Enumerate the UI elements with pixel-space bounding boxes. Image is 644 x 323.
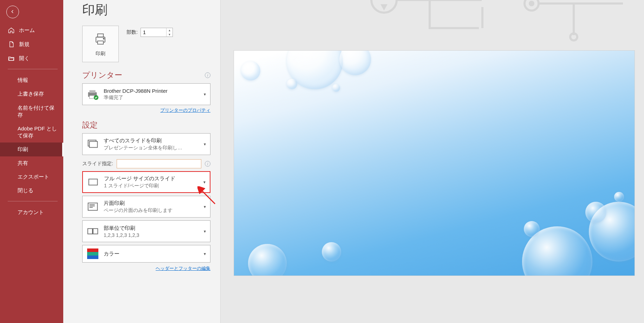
print-sides-subtitle: ページの片面のみを印刷します bbox=[104, 207, 198, 214]
sidebar-item-label: ホーム bbox=[19, 27, 35, 34]
header-footer-row: ヘッダーとフッターの編集 bbox=[82, 265, 210, 272]
svg-point-3 bbox=[103, 38, 104, 39]
sidebar-item-adobe-pdf[interactable]: Adobe PDF として保存 bbox=[0, 122, 63, 142]
printer-ready-icon bbox=[86, 88, 99, 101]
info-icon[interactable]: i bbox=[205, 161, 210, 167]
chevron-down-icon: ▼ bbox=[202, 180, 207, 184]
sidebar-item-new[interactable]: 新規 bbox=[0, 37, 63, 51]
home-icon bbox=[8, 27, 15, 34]
sidebar-item-export[interactable]: エクスポート bbox=[0, 170, 63, 184]
svg-rect-9 bbox=[90, 141, 98, 147]
printer-dropdown-text: Brother DCP-J988N Printer 準備完了 bbox=[104, 88, 198, 101]
print-layout-text: フル ページ サイズのスライド 1 スライド/ページで印刷 bbox=[104, 175, 198, 189]
sidebar-item-label: 情報 bbox=[18, 77, 28, 84]
print-layout-title: フル ページ サイズのスライド bbox=[104, 175, 198, 182]
print-sides-text: 片面印刷 ページの片面のみを印刷します bbox=[104, 200, 198, 214]
svg-rect-1 bbox=[98, 34, 104, 37]
print-button-label: 印刷 bbox=[96, 51, 105, 57]
single-side-icon bbox=[86, 200, 99, 213]
svg-rect-5 bbox=[90, 90, 96, 93]
print-range-text: すべてのスライドを印刷 プレゼンテーション全体を印刷し… bbox=[104, 137, 198, 151]
printer-properties-link[interactable]: プリンターのプロパティ bbox=[160, 108, 210, 113]
svg-rect-2 bbox=[98, 41, 104, 44]
sidebar-item-save-as[interactable]: 名前を付けて保存 bbox=[0, 101, 63, 122]
print-sides-dropdown[interactable]: 片面印刷 ページの片面のみを印刷します ▼ bbox=[82, 196, 210, 218]
print-sides-title: 片面印刷 bbox=[104, 200, 198, 207]
sidebar-item-label: 名前を付けて保存 bbox=[18, 104, 57, 118]
slide-spec-input[interactable] bbox=[117, 159, 201, 168]
backstage-sidebar: ホーム 新規 開く 情報 上書き保存 名前を付けて保存 Adobe PDF とし… bbox=[0, 0, 63, 323]
slides-stack-icon bbox=[86, 137, 99, 151]
print-layout-subtitle: 1 スライド/ページで印刷 bbox=[104, 183, 198, 189]
color-text: カラー bbox=[104, 251, 198, 257]
chevron-down-icon: ▼ bbox=[202, 252, 207, 256]
collate-subtitle: 1,2,3 1,2,3 1,2,3 bbox=[104, 232, 198, 238]
copies-group: 部数: ▲ ▼ bbox=[126, 26, 173, 37]
sidebar-item-label: アカウント bbox=[18, 209, 44, 216]
copies-spinner: ▲ ▼ bbox=[166, 28, 173, 37]
page-title: 印刷 bbox=[82, 1, 210, 19]
chevron-down-icon: ▼ bbox=[202, 205, 207, 209]
back-button[interactable] bbox=[6, 6, 19, 18]
copies-label: 部数: bbox=[126, 29, 138, 35]
print-settings-pane: 印刷 印刷 部数: ▲ bbox=[63, 0, 221, 323]
new-doc-icon bbox=[8, 41, 15, 48]
sidebar-divider bbox=[8, 69, 58, 69]
full-page-slide-icon bbox=[86, 175, 100, 189]
print-row: 印刷 部数: ▲ ▼ bbox=[82, 26, 210, 62]
sidebar-item-share[interactable]: 共有 bbox=[0, 156, 63, 170]
sidebar-item-label: 閉じる bbox=[18, 187, 33, 194]
circuit-decor-icon bbox=[342, 0, 644, 56]
collate-dropdown[interactable]: 部単位で印刷 1,2,3 1,2,3 1,2,3 ▼ bbox=[82, 220, 210, 242]
printer-properties-row: プリンターのプロパティ bbox=[82, 107, 210, 114]
printer-icon bbox=[93, 31, 108, 48]
sidebar-item-save[interactable]: 上書き保存 bbox=[0, 87, 63, 101]
svg-rect-15 bbox=[88, 228, 92, 234]
chevron-down-icon: ▼ bbox=[202, 92, 207, 96]
svg-rect-16 bbox=[93, 228, 98, 234]
color-title: カラー bbox=[104, 251, 198, 257]
app-root: ホーム 新規 開く 情報 上書き保存 名前を付けて保存 Adobe PDF とし… bbox=[0, 0, 644, 323]
settings-section-head: 設定 bbox=[82, 120, 210, 130]
sidebar-divider bbox=[8, 201, 58, 201]
printer-section-title: プリンター bbox=[82, 70, 122, 80]
sidebar-item-info[interactable]: 情報 bbox=[0, 73, 63, 87]
collate-icon bbox=[86, 225, 99, 238]
sidebar-item-open[interactable]: 開く bbox=[0, 51, 63, 65]
sidebar-item-label: 印刷 bbox=[18, 146, 28, 153]
copies-input[interactable] bbox=[141, 28, 166, 37]
printer-dropdown[interactable]: Brother DCP-J988N Printer 準備完了 ▼ bbox=[82, 83, 210, 105]
print-button[interactable]: 印刷 bbox=[82, 26, 119, 62]
copies-spin-up[interactable]: ▲ bbox=[167, 28, 173, 32]
color-dropdown[interactable]: カラー ▼ bbox=[82, 245, 210, 263]
sidebar-item-print[interactable]: 印刷 bbox=[0, 142, 63, 156]
print-preview-pane bbox=[221, 0, 644, 323]
sidebar-item-label: 開く bbox=[19, 55, 30, 62]
collate-text: 部単位で印刷 1,2,3 1,2,3 1,2,3 bbox=[104, 225, 198, 238]
printer-name: Brother DCP-J988N Printer bbox=[104, 88, 198, 94]
sidebar-item-label: Adobe PDF として保存 bbox=[18, 125, 57, 139]
sidebar-item-home[interactable]: ホーム bbox=[0, 23, 63, 37]
svg-point-19 bbox=[529, 1, 534, 6]
header-footer-link[interactable]: ヘッダーとフッターの編集 bbox=[156, 266, 210, 271]
sidebar-item-close[interactable]: 閉じる bbox=[0, 184, 63, 198]
chevron-down-icon: ▼ bbox=[202, 230, 207, 233]
settings-section-title: 設定 bbox=[82, 120, 98, 130]
print-range-dropdown[interactable]: すべてのスライドを印刷 プレゼンテーション全体を印刷し… ▼ bbox=[82, 133, 210, 155]
chevron-down-icon: ▼ bbox=[202, 142, 207, 146]
sidebar-item-label: 新規 bbox=[19, 41, 30, 48]
svg-rect-10 bbox=[89, 179, 98, 185]
print-layout-dropdown[interactable]: フル ページ サイズのスライド 1 スライド/ページで印刷 ▼ bbox=[82, 171, 210, 193]
print-range-subtitle: プレゼンテーション全体を印刷し… bbox=[104, 145, 198, 151]
copies-spin-down[interactable]: ▼ bbox=[167, 32, 173, 37]
folder-open-icon bbox=[8, 55, 15, 62]
slide-preview bbox=[234, 51, 635, 276]
info-icon[interactable]: i bbox=[205, 72, 210, 78]
sidebar-item-label: 共有 bbox=[18, 160, 28, 167]
sidebar-item-label: エクスポート bbox=[18, 174, 49, 180]
sidebar-item-account[interactable]: アカウント bbox=[0, 206, 63, 219]
svg-point-20 bbox=[570, 33, 577, 40]
copies-input-wrap: ▲ ▼ bbox=[141, 28, 173, 37]
printer-status: 準備完了 bbox=[104, 95, 198, 101]
svg-rect-11 bbox=[88, 203, 98, 211]
